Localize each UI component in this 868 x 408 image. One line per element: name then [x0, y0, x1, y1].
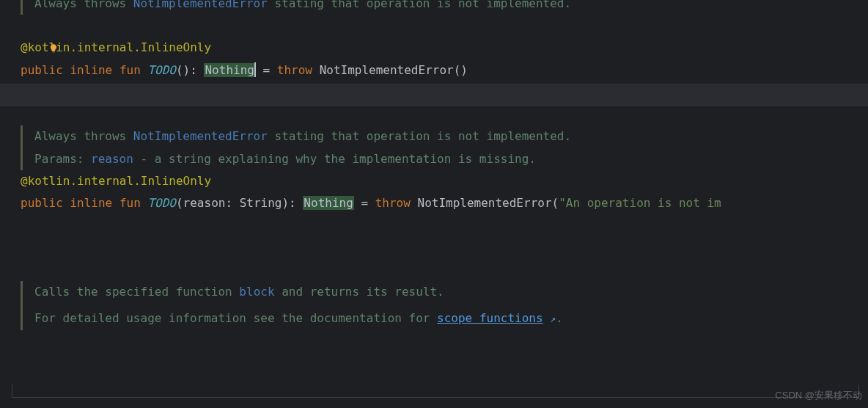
keyword-public: public: [21, 196, 63, 210]
param-colon: :: [225, 196, 239, 210]
constructor-call: NotImplementedError(: [411, 196, 559, 210]
string-literal: "An operation is not im: [559, 196, 721, 210]
param-name: reason: [183, 196, 226, 210]
doc-text: Always throws: [34, 0, 133, 10]
annotation-line[interactable]: @kotlin.internal.InlineOnly: [21, 170, 868, 192]
colon: :: [190, 63, 204, 77]
function-name: TODO: [147, 63, 176, 77]
open-paren: (: [176, 196, 183, 210]
watermark: CSDN @安果移不动: [775, 387, 862, 405]
intention-bulb-icon[interactable]: [48, 39, 59, 61]
window-frame-corner: [12, 385, 12, 398]
close-paren: ): [282, 196, 289, 210]
keyword-fun: fun: [119, 196, 141, 210]
doc-external-link[interactable]: scope functions: [437, 311, 543, 325]
kdoc-block: Calls the specified function block and r…: [21, 281, 868, 330]
blank-line: [21, 103, 868, 125]
doc-text: stating that operation is not implemente…: [268, 0, 571, 10]
doc-params-desc: - a string explaining why the implementa…: [133, 152, 536, 166]
kdoc-block: Always throws NotImplementedError statin…: [21, 125, 868, 170]
equals: =: [256, 63, 277, 77]
blank-line: [21, 81, 868, 103]
param-type: String: [240, 196, 282, 210]
keyword-fun: fun: [119, 63, 141, 77]
function-declaration[interactable]: public inline fun TODO(): Nothing = thro…: [21, 59, 868, 81]
doc-text: and returns its result.: [275, 285, 444, 299]
kdoc-line: Always throws NotImplementedError statin…: [34, 0, 868, 15]
keyword-inline: inline: [70, 196, 112, 210]
doc-text: Always throws: [34, 129, 133, 143]
keyword-throw: throw: [375, 196, 411, 210]
external-link-icon: ↗: [550, 313, 556, 324]
kdoc-block: Always throws NotImplementedError statin…: [21, 0, 868, 15]
doc-param-name[interactable]: reason: [91, 152, 133, 166]
doc-text: stating that operation is not implemente…: [268, 129, 571, 143]
constructor-call: NotImplementedError(): [312, 63, 468, 77]
keyword-public: public: [21, 63, 63, 77]
doc-type-link[interactable]: NotImplementedError: [133, 129, 268, 143]
function-declaration[interactable]: public inline fun TODO(reason: String): …: [21, 192, 868, 214]
doc-text: Calls the specified function: [34, 285, 239, 299]
code-editor[interactable]: Always throws NotImplementedError statin…: [0, 0, 868, 330]
return-type: Nothing: [204, 63, 254, 77]
kdoc-params-line: Params: reason - a string explaining why…: [34, 148, 868, 170]
equals: =: [354, 196, 375, 210]
blank-line: [21, 259, 868, 281]
doc-params-label: Params:: [34, 152, 91, 166]
parens: (): [176, 63, 190, 77]
return-type: Nothing: [303, 196, 353, 210]
text-caret: [254, 62, 256, 77]
blank-line: [21, 215, 868, 237]
annotation-text: @kotlin.internal.InlineOnly: [21, 174, 211, 188]
kdoc-line: Calls the specified function block and r…: [34, 281, 868, 303]
keyword-inline: inline: [70, 63, 112, 77]
blank-line: [21, 237, 868, 259]
doc-type-link[interactable]: NotImplementedError: [133, 0, 268, 10]
function-name: TODO: [147, 196, 176, 210]
annotation-line[interactable]: @kotlin.internal.InlineOnly: [21, 37, 868, 59]
doc-text: .: [556, 311, 563, 325]
kdoc-line: For detailed usage information see the d…: [34, 307, 868, 329]
doc-text: For detailed usage information see the d…: [34, 311, 437, 325]
doc-param-link[interactable]: block: [239, 285, 274, 299]
colon: :: [289, 196, 303, 210]
keyword-throw: throw: [277, 63, 312, 77]
window-frame-bottom: [12, 397, 859, 398]
blank-line: [21, 15, 868, 37]
kdoc-line: Always throws NotImplementedError statin…: [34, 125, 868, 147]
